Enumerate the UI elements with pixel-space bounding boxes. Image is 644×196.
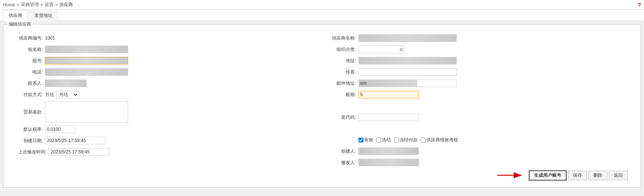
last-modified-label: 上次修改时间: <box>12 149 46 155</box>
breadcrumb-sep3: > <box>55 2 58 8</box>
freeze-payment-checkbox-label[interactable]: 冻结付款 <box>394 137 418 143</box>
breadcrumb-level2[interactable]: 设置 <box>45 2 54 8</box>
freeze-label: 冻结 <box>382 137 391 143</box>
old-code-label: 老代码: <box>326 114 356 121</box>
breadcrumb-current: 供应商 <box>59 2 73 8</box>
default-tax-row: 默认税率: <box>12 125 318 134</box>
creator-input[interactable] <box>358 147 419 155</box>
contact-label: 联系人: <box>12 80 43 87</box>
period-row: 账期: <box>326 90 632 99</box>
freeze-checkbox[interactable] <box>376 138 381 142</box>
default-tax-input[interactable] <box>45 126 75 133</box>
supplier-name-input[interactable] <box>358 34 457 42</box>
freeze-checkbox-label[interactable]: 冻结 <box>376 137 391 143</box>
payment-select[interactable]: 月结 <box>56 91 79 98</box>
breadcrumb: Home > 采购管理 > 设置 > 供应商 ☆ <box>3 2 80 8</box>
performance-label: 供应商绩效考核 <box>426 137 458 143</box>
breadcrumb-home[interactable]: Home <box>3 2 15 8</box>
freeze-payment-label: 冻结付款 <box>400 137 418 143</box>
checkboxes-group: 有效 冻结 冻结付款 供应商绩效考核 <box>358 137 458 143</box>
arrow-svg <box>496 170 526 181</box>
short-name-row: 短名称: <box>12 45 318 54</box>
contact-row: 联系人: <box>12 79 318 88</box>
period-input[interactable] <box>358 91 419 98</box>
help-icon[interactable]: ? <box>638 2 641 8</box>
email-input[interactable] <box>358 80 457 87</box>
right-column: 供应商名称: 组织分类: ⊟ 地址: 传真: <box>322 32 636 182</box>
delete-button[interactable]: 删除 <box>588 171 607 180</box>
org-class-label: 组织分类: <box>326 46 356 53</box>
old-code-input[interactable] <box>358 113 419 121</box>
tax-input[interactable] <box>45 57 128 64</box>
supplier-no-value: 1001 <box>45 35 55 41</box>
modifier-row: 修改人: <box>326 158 632 167</box>
supplier-name-row: 供应商名称: <box>326 34 632 43</box>
breadcrumb-level1[interactable]: 采购管理 <box>21 2 39 8</box>
star-icon[interactable]: ☆ <box>76 2 80 8</box>
supplier-no-row: 供应商编号: 1001 <box>12 34 318 43</box>
address-row: 地址: <box>326 56 632 65</box>
trade-terms-row: 贸易条款: <box>12 101 318 122</box>
modifier-input[interactable] <box>358 159 419 166</box>
spacer-row2 <box>326 124 632 133</box>
spacer-row <box>326 101 632 110</box>
main-content: 编辑供应商 供应商编号: 1001 短名称: 税号: <box>0 21 644 194</box>
section-box: 编辑供应商 供应商编号: 1001 短名称: 税号: <box>3 24 641 188</box>
contact-input[interactable] <box>45 80 86 87</box>
supplier-name-label: 供应商名称: <box>326 35 356 41</box>
valid-label: 有效 <box>364 137 373 143</box>
breadcrumb-sep1: > <box>17 2 19 8</box>
red-arrow <box>496 170 526 181</box>
payment-value: 月结 <box>45 92 54 98</box>
trade-terms-input[interactable] <box>45 101 128 122</box>
top-bar: Home > 采购管理 > 设置 > 供应商 ☆ ? <box>0 0 644 10</box>
phone-row: 电话: <box>12 67 318 77</box>
trade-terms-label: 贸易条款: <box>12 109 43 115</box>
last-modified-row: 上次修改时间: <box>12 147 318 156</box>
freeze-payment-checkbox[interactable] <box>394 138 399 142</box>
phone-input[interactable] <box>45 68 128 76</box>
creator-row: 创建人: <box>326 147 632 156</box>
address-label: 地址: <box>326 58 356 64</box>
fax-label: 传真: <box>326 69 356 75</box>
short-name-input[interactable] <box>45 46 128 53</box>
period-label: 账期: <box>326 92 356 98</box>
created-date-input[interactable] <box>45 137 105 144</box>
valid-checkbox-label[interactable]: 有效 <box>358 137 373 143</box>
creator-label: 创建人: <box>326 148 356 155</box>
tabs-bar: 供应商 发货地址 <box>0 10 644 21</box>
tax-row: 税号: <box>12 56 318 65</box>
org-class-row: 组织分类: ⊟ <box>326 45 632 54</box>
back-button[interactable]: 返回 <box>609 171 628 180</box>
save-button[interactable]: 保存 <box>568 171 587 180</box>
last-modified-input[interactable] <box>49 148 109 156</box>
section-title: 编辑供应商 <box>7 21 33 28</box>
generate-account-button[interactable]: 生成用户账号 <box>529 170 567 181</box>
form-body: 供应商编号: 1001 短名称: 税号: 电话: <box>9 32 635 182</box>
payment-row: 付款方式: 月结 月结 <box>12 90 318 99</box>
address-input[interactable] <box>358 57 457 64</box>
tax-label: 税号: <box>12 58 43 64</box>
performance-checkbox-label[interactable]: 供应商绩效考核 <box>421 137 458 143</box>
supplier-no-label: 供应商编号: <box>12 35 43 41</box>
created-date-label: 创建日期: <box>12 138 43 144</box>
phone-label: 电话: <box>12 69 43 75</box>
checkboxes-row: 有效 冻结 冻结付款 供应商绩效考核 <box>326 135 632 144</box>
fax-input[interactable] <box>358 68 457 76</box>
old-code-row: 老代码: <box>326 113 632 122</box>
fax-row: 传真: <box>326 67 632 77</box>
payment-label: 付款方式: <box>12 92 43 98</box>
action-row: 生成用户账号 保存 删除 返回 <box>326 170 632 181</box>
left-column: 供应商编号: 1001 短名称: 税号: 电话: <box>9 32 322 182</box>
default-tax-label: 默认税率: <box>12 126 43 133</box>
org-class-dropdown-icon[interactable]: ⊟ <box>400 47 403 52</box>
breadcrumb-sep2: > <box>40 2 43 8</box>
email-row: 邮件地址: <box>326 79 632 88</box>
tab-delivery-address[interactable]: 发货地址 <box>29 10 58 21</box>
modifier-label: 修改人: <box>326 159 356 166</box>
performance-checkbox[interactable] <box>421 138 426 142</box>
short-name-label: 短名称: <box>12 46 43 53</box>
valid-checkbox[interactable] <box>358 138 363 142</box>
email-label: 邮件地址: <box>326 80 356 87</box>
tab-supplier[interactable]: 供应商 <box>3 10 28 21</box>
